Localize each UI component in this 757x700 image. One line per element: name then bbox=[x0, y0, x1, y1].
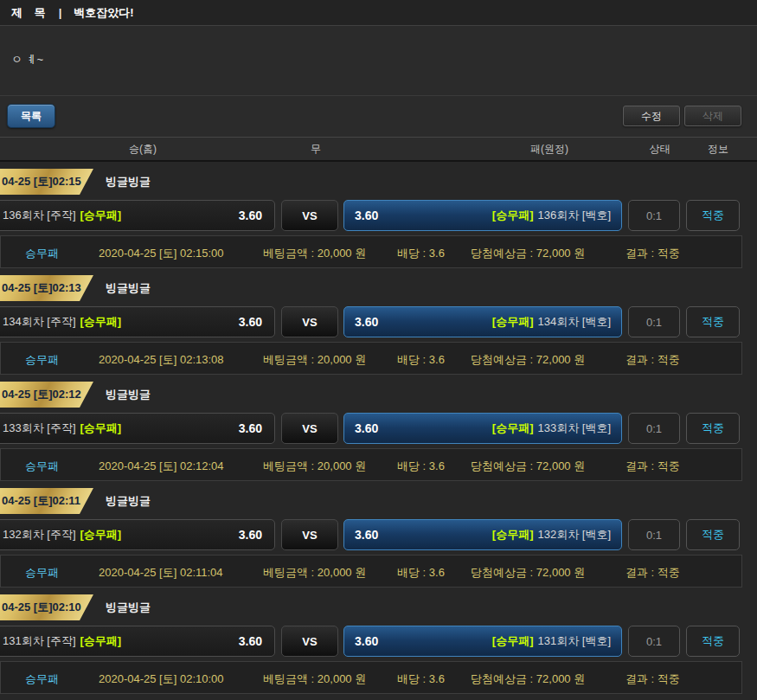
home-odds: 3.60 bbox=[239, 634, 262, 648]
home-bet-box[interactable]: 131회차 [주작][승무패] 3.60 bbox=[0, 626, 275, 657]
vs-box[interactable]: VS bbox=[281, 413, 338, 444]
title-label: 제 목 bbox=[11, 5, 50, 21]
home-team-label: 133회차 [주작] bbox=[3, 421, 76, 434]
away-team-label: 136회차 [백호] bbox=[537, 208, 611, 223]
away-pick-label: [승무패] bbox=[492, 314, 534, 330]
game-title: 빙글빙글 bbox=[106, 488, 151, 514]
expected-win: 당첨예상금 : 72,000 원 bbox=[471, 671, 585, 687]
home-odds: 3.60 bbox=[239, 528, 262, 542]
date-ribbon: 04-25 [토]02:12 bbox=[0, 382, 93, 408]
home-bet-box[interactable]: 132회차 [주작][승무패] 3.60 bbox=[0, 519, 275, 550]
bet-detail-page: 제 목 | 백호잡았다! ㅇ ㅖ~ 목록 수정 삭제 승(홈) 무 패(원정) … bbox=[0, 0, 757, 700]
bet-row: 131회차 [주작][승무패] 3.60 VS 3.60 [승무패]131회차 … bbox=[0, 626, 757, 657]
away-odds: 3.60 bbox=[355, 421, 378, 435]
away-bet-box-selected[interactable]: 3.60 [승무패]131회차 [백호] bbox=[343, 626, 622, 657]
result-button[interactable]: 적중 bbox=[686, 519, 740, 550]
home-bet-box[interactable]: 134회차 [주작][승무패] 3.60 bbox=[0, 306, 275, 337]
entry-header: 04-25 [토]02:11 빙글빙글 bbox=[0, 488, 757, 514]
home-bet-box[interactable]: 133회차 [주작][승무패] 3.60 bbox=[0, 413, 275, 444]
result-button[interactable]: 적중 bbox=[686, 306, 740, 337]
vs-box[interactable]: VS bbox=[281, 200, 338, 231]
expected-win: 당첨예상금 : 72,000 원 bbox=[471, 459, 585, 474]
home-pick-label: [승무패] bbox=[80, 528, 122, 541]
away-odds: 3.60 bbox=[355, 528, 378, 542]
bet-datetime: 2020-04-25 [토] 02:15:00 bbox=[99, 246, 224, 261]
delete-button[interactable]: 삭제 bbox=[684, 106, 741, 126]
home-team-label: 131회차 [주작] bbox=[3, 634, 76, 647]
bet-result: 결과 : 적중 bbox=[625, 671, 680, 687]
bet-result: 결과 : 적중 bbox=[625, 246, 680, 261]
list-button[interactable]: 목록 bbox=[7, 104, 55, 128]
bet-result: 결과 : 적중 bbox=[625, 565, 680, 581]
bet-row: 132회차 [주작][승무패] 3.60 VS 3.60 [승무패]132회차 … bbox=[0, 519, 757, 550]
game-title: 빙글빙글 bbox=[106, 275, 151, 301]
vs-box[interactable]: VS bbox=[281, 519, 338, 550]
home-bet-box[interactable]: 136회차 [주작][승무패] 3.60 bbox=[0, 200, 275, 231]
score-box: 0:1 bbox=[628, 413, 680, 444]
bet-entry: 04-25 [토]02:11 빙글빙글 132회차 [주작][승무패] 3.60… bbox=[0, 488, 757, 588]
home-pick-label: [승무패] bbox=[80, 634, 122, 647]
bet-result: 결과 : 적중 bbox=[625, 459, 680, 474]
expected-win: 당첨예상금 : 72,000 원 bbox=[471, 246, 585, 261]
result-button[interactable]: 적중 bbox=[686, 200, 740, 231]
bet-datetime: 2020-04-25 [토] 02:10:00 bbox=[99, 671, 224, 687]
date-ribbon: 04-25 [토]02:13 bbox=[0, 275, 93, 301]
expected-win: 당첨예상금 : 72,000 원 bbox=[471, 352, 585, 368]
bet-amount: 베팅금액 : 20,000 원 bbox=[263, 352, 366, 368]
away-pick-label: [승무패] bbox=[492, 527, 534, 543]
result-button[interactable]: 적중 bbox=[686, 626, 740, 657]
away-pick-label: [승무패] bbox=[492, 633, 534, 649]
bet-type: 승무패 bbox=[25, 459, 59, 474]
title-bar: 제 목 | 백호잡았다! bbox=[0, 0, 757, 26]
bet-datetime: 2020-04-25 [토] 02:11:04 bbox=[99, 565, 223, 581]
home-pick-label: [승무패] bbox=[80, 315, 122, 328]
away-pick-label: [승무패] bbox=[492, 421, 534, 436]
bet-odds: 배당 : 3.6 bbox=[397, 459, 445, 474]
home-odds: 3.60 bbox=[239, 421, 262, 435]
game-title: 빙글빙글 bbox=[106, 169, 151, 195]
bet-entry: 04-25 [토]02:15 빙글빙글 136회차 [주작][승무패] 3.60… bbox=[0, 169, 757, 268]
bet-odds: 배당 : 3.6 bbox=[397, 671, 445, 687]
column-header-win-home: 승(홈) bbox=[0, 142, 285, 157]
bet-detail-row: 승무패 2020-04-25 [토] 02:11:04 베팅금액 : 20,00… bbox=[0, 555, 742, 588]
bet-detail-row: 승무패 2020-04-25 [토] 02:13:08 베팅금액 : 20,00… bbox=[0, 342, 742, 375]
bet-type: 승무패 bbox=[25, 565, 59, 581]
bet-result: 결과 : 적중 bbox=[625, 352, 680, 368]
away-odds: 3.60 bbox=[355, 209, 378, 222]
bet-row: 136회차 [주작][승무패] 3.60 VS 3.60 [승무패]136회차 … bbox=[0, 200, 757, 231]
bet-detail-row: 승무패 2020-04-25 [토] 02:12:04 베팅금액 : 20,00… bbox=[0, 448, 742, 481]
bet-type: 승무패 bbox=[25, 671, 59, 687]
vs-box[interactable]: VS bbox=[281, 626, 338, 657]
column-header-draw: 무 bbox=[285, 142, 346, 157]
home-team-label: 132회차 [주작] bbox=[3, 528, 76, 541]
edit-button[interactable]: 수정 bbox=[623, 106, 680, 126]
away-odds: 3.60 bbox=[355, 315, 378, 329]
away-bet-box-selected[interactable]: 3.60 [승무패]133회차 [백호] bbox=[343, 413, 622, 444]
bet-amount: 베팅금액 : 20,000 원 bbox=[263, 459, 366, 474]
expected-win: 당첨예상금 : 72,000 원 bbox=[471, 565, 585, 581]
score-box: 0:1 bbox=[628, 626, 680, 657]
table-header: 승(홈) 무 패(원정) 상태 정보 bbox=[0, 137, 757, 162]
memo-section: ㅇ ㅖ~ bbox=[0, 26, 757, 96]
score-box: 0:1 bbox=[628, 306, 680, 337]
score-box: 0:1 bbox=[628, 519, 680, 550]
away-team-label: 133회차 [백호] bbox=[537, 421, 611, 436]
entry-header: 04-25 [토]02:12 빙글빙글 bbox=[0, 382, 757, 408]
away-team-label: 134회차 [백호] bbox=[537, 314, 611, 330]
home-odds: 3.60 bbox=[239, 315, 262, 329]
date-ribbon: 04-25 [토]02:15 bbox=[0, 169, 93, 195]
away-bet-box-selected[interactable]: 3.60 [승무패]136회차 [백호] bbox=[343, 200, 622, 231]
away-bet-box-selected[interactable]: 3.60 [승무패]134회차 [백호] bbox=[343, 306, 622, 337]
vs-box[interactable]: VS bbox=[281, 306, 338, 337]
home-pick-label: [승무패] bbox=[80, 421, 122, 434]
date-ribbon: 04-25 [토]02:11 bbox=[0, 488, 93, 514]
entry-header: 04-25 [토]02:10 빙글빙글 bbox=[0, 594, 757, 620]
bet-amount: 베팅금액 : 20,000 원 bbox=[263, 565, 366, 581]
away-bet-box-selected[interactable]: 3.60 [승무패]132회차 [백호] bbox=[343, 519, 622, 550]
bet-datetime: 2020-04-25 [토] 02:13:08 bbox=[99, 352, 224, 368]
result-button[interactable]: 적중 bbox=[686, 413, 740, 444]
entry-header: 04-25 [토]02:13 빙글빙글 bbox=[0, 275, 757, 301]
away-team-label: 131회차 [백호] bbox=[537, 633, 611, 649]
game-title: 빙글빙글 bbox=[106, 382, 151, 408]
bet-type: 승무패 bbox=[25, 246, 59, 261]
